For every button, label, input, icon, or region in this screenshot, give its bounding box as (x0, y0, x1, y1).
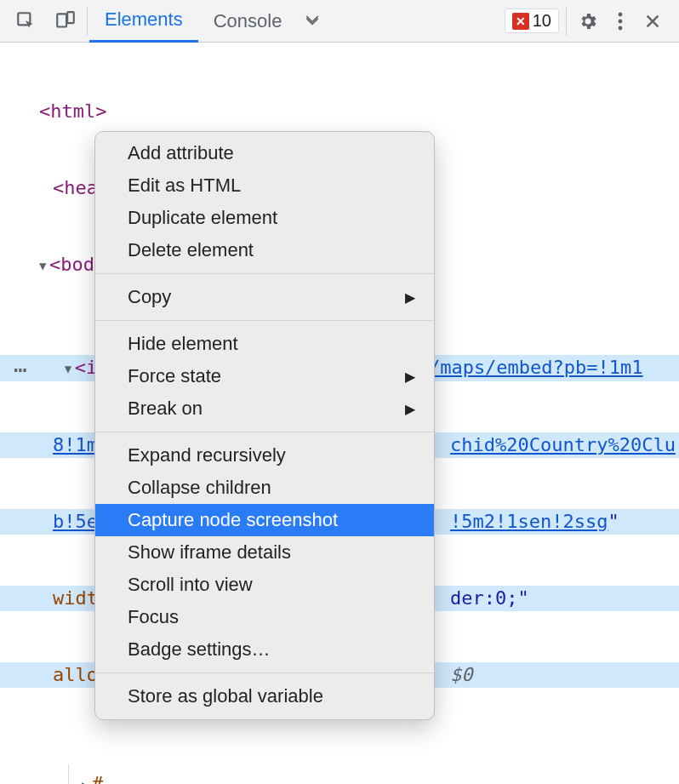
dom-row[interactable]: ▶# (0, 764, 679, 784)
menu-capture-node-screenshot[interactable]: Capture node screenshot (95, 504, 434, 536)
menu-add-attribute[interactable]: Add attribute (95, 137, 434, 169)
menu-show-iframe-details[interactable]: Show iframe details (95, 536, 434, 569)
menu-label: Store as global variable (128, 685, 323, 707)
menu-break-on[interactable]: Break on▶ (95, 392, 434, 425)
error-count: 10 (533, 11, 551, 31)
submenu-arrow-icon: ▶ (405, 401, 415, 417)
ellipsis-icon[interactable]: … (14, 355, 27, 374)
devtools-toolbar: Elements Console ✕ 10 (0, 0, 679, 43)
menu-label: Scroll into view (128, 574, 253, 596)
menu-scroll-into-view[interactable]: Scroll into view (95, 569, 434, 601)
menu-label: Capture node screenshot (128, 509, 338, 531)
menu-label: Delete element (128, 239, 254, 261)
menu-edit-as-html[interactable]: Edit as HTML (95, 169, 434, 202)
settings-icon[interactable] (568, 2, 608, 41)
svg-point-5 (619, 26, 623, 30)
svg-rect-2 (67, 12, 74, 23)
menu-label: Edit as HTML (128, 175, 241, 197)
menu-focus[interactable]: Focus (95, 601, 434, 633)
svg-point-3 (619, 12, 623, 16)
menu-label: Copy (128, 286, 171, 308)
tab-label: Elements (105, 9, 183, 31)
selected-node-ref: $0 (450, 664, 473, 685)
dom-url[interactable]: b!5e (53, 511, 98, 532)
dom-url[interactable]: 8!1m (53, 434, 98, 455)
menu-label: Break on (128, 398, 203, 420)
separator (566, 7, 567, 36)
dom-url[interactable]: !5m2!1sen!2ssg (450, 511, 608, 532)
menu-force-state[interactable]: Force state▶ (95, 360, 434, 392)
menu-label: Force state (128, 365, 221, 387)
tab-elements[interactable]: Elements (89, 0, 198, 43)
menu-collapse-children[interactable]: Collapse children (95, 472, 434, 504)
separator (87, 7, 88, 36)
menu-label: Expand recursively (128, 444, 286, 466)
menu-store-as-global[interactable]: Store as global variable (95, 680, 434, 712)
menu-delete-element[interactable]: Delete element (95, 234, 434, 266)
menu-copy[interactable]: Copy▶ (95, 281, 434, 313)
menu-label: Focus (128, 606, 179, 628)
menu-badge-settings[interactable]: Badge settings… (95, 633, 434, 666)
expand-triangle-icon[interactable]: ▼ (39, 253, 49, 278)
menu-label: Hide element (128, 333, 238, 355)
context-menu: Add attribute Edit as HTML Duplicate ele… (94, 131, 435, 720)
dom-url[interactable]: chid%20Country%20Clu (450, 434, 676, 455)
tab-label: Console (214, 10, 282, 32)
more-tabs-icon[interactable] (297, 2, 328, 41)
menu-label: Show iframe details (128, 541, 291, 564)
expand-triangle-icon[interactable]: ▼ (65, 356, 75, 381)
svg-point-4 (619, 19, 623, 23)
menu-label: Collapse children (128, 477, 271, 499)
error-badge[interactable]: ✕ 10 (505, 9, 559, 33)
separator (95, 273, 434, 274)
menu-label: Duplicate element (128, 207, 277, 229)
menu-label: Add attribute (128, 142, 234, 164)
device-toggle-icon[interactable] (46, 2, 85, 41)
menu-duplicate-element[interactable]: Duplicate element (95, 202, 434, 234)
dom-url[interactable]: om/maps/embed?pb=!1m1 (406, 357, 642, 378)
kebab-menu-icon[interactable] (608, 2, 633, 41)
menu-hide-element[interactable]: Hide element (95, 328, 434, 360)
expand-triangle-icon[interactable]: ▶ (82, 772, 92, 784)
error-icon: ✕ (512, 13, 529, 30)
menu-expand-recursively[interactable]: Expand recursively (95, 439, 434, 472)
separator (95, 432, 434, 432)
separator (95, 320, 434, 321)
svg-rect-1 (57, 14, 66, 26)
close-icon[interactable] (633, 2, 672, 41)
dom-row[interactable]: <html> (0, 99, 679, 124)
separator (95, 672, 434, 673)
menu-label: Badge settings… (128, 638, 271, 661)
tab-console[interactable]: Console (198, 0, 298, 43)
submenu-arrow-icon: ▶ (405, 289, 415, 306)
submenu-arrow-icon: ▶ (405, 369, 415, 385)
inspect-icon[interactable] (7, 2, 46, 41)
